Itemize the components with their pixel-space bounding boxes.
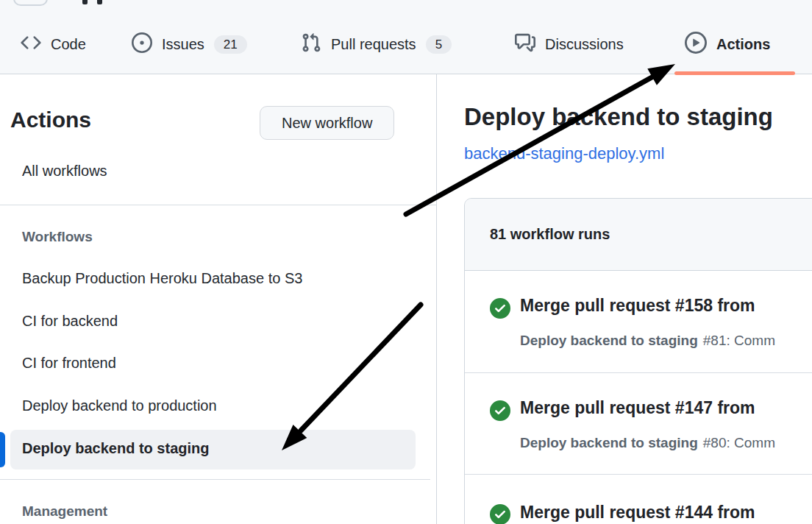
run-workflow-name: Deploy backend to staging [520,435,698,450]
check-circle-icon [490,298,510,322]
arrow-to-selected-workflow [282,305,421,450]
runs-count-header: 81 workflow runs [465,199,812,271]
sidebar-section-divider [0,205,436,205]
repo-header: Code Issues 21 Pull requests 5 Discussio… [0,0,812,74]
run-workflow-name: Deploy backend to staging [520,333,698,348]
sidebar-item-workflow-selected[interactable]: Deploy backend to staging [10,430,416,470]
play-circle-icon [685,32,707,57]
page-title: Deploy backend to staging [464,103,773,131]
sidebar-item-workflow[interactable]: CI for backend [22,313,118,330]
run-title[interactable]: Merge pull request #144 from [520,503,755,523]
tab-pull-requests[interactable]: Pull requests 5 [301,28,452,60]
github-actions-page: Code Issues 21 Pull requests 5 Discussio… [0,0,812,524]
sidebar-item-workflow[interactable]: Backup Production Heroku Database to S3 [22,270,302,287]
sidebar-title: Actions [10,107,91,132]
tab-discussions[interactable]: Discussions [515,28,624,60]
workflow-file-link[interactable]: backend-staging-deploy.yml [464,144,664,163]
discussions-icon [515,32,535,57]
workflow-run-row[interactable]: Merge pull request #158 from Deploy back… [465,271,812,372]
check-circle-icon [490,504,510,524]
run-title[interactable]: Merge pull request #158 from [520,296,755,316]
run-title[interactable]: Merge pull request #147 from [520,398,755,418]
sidebar-section-divider [0,479,430,480]
sidebar-item-workflow[interactable]: Deploy backend to production [22,397,217,414]
tab-discussions-label: Discussions [545,37,624,52]
check-circle-icon [490,400,510,424]
run-subtitle: Deploy backend to staging#80: Comm [520,435,775,451]
sidebar-divider-vertical [436,74,437,524]
tab-issues[interactable]: Issues 21 [132,28,247,60]
pull-requests-count-badge: 5 [426,35,452,54]
tab-actions[interactable]: Actions [685,28,770,60]
workflows-section-label: Workflows [22,229,93,245]
workflow-run-row[interactable]: Merge pull request #147 from Deploy back… [465,372,812,474]
selected-item-accent-bar [0,432,5,467]
tab-code[interactable]: Code [21,28,86,60]
git-pull-request-icon [301,32,321,57]
tab-code-label: Code [51,37,86,52]
run-note: #81: Comm [703,333,775,348]
new-workflow-button[interactable]: New workflow [260,106,394,140]
code-icon [21,32,41,57]
selected-workflow-label: Deploy backend to staging [22,440,209,457]
arrow-to-actions-tab [406,64,675,214]
active-tab-underline [674,71,795,75]
issue-opened-icon [132,32,152,57]
clipped-header-element [13,0,48,6]
sidebar-item-all-workflows[interactable]: All workflows [22,163,107,180]
issues-count-badge: 21 [214,35,247,54]
clipped-text-fragment [82,0,88,4]
management-section-label: Management [22,503,107,520]
clipped-text-fragment [97,0,102,4]
workflow-runs-card: 81 workflow runs Merge pull request #158… [464,198,812,524]
tab-actions-label: Actions [716,37,770,52]
run-subtitle: Deploy backend to staging#81: Comm [520,333,775,349]
sidebar-item-workflow[interactable]: CI for frontend [22,355,116,372]
tab-issues-label: Issues [162,37,204,52]
workflow-run-row[interactable]: Merge pull request #144 from [465,474,812,524]
run-note: #80: Comm [703,435,775,450]
tab-pull-requests-label: Pull requests [331,37,416,52]
